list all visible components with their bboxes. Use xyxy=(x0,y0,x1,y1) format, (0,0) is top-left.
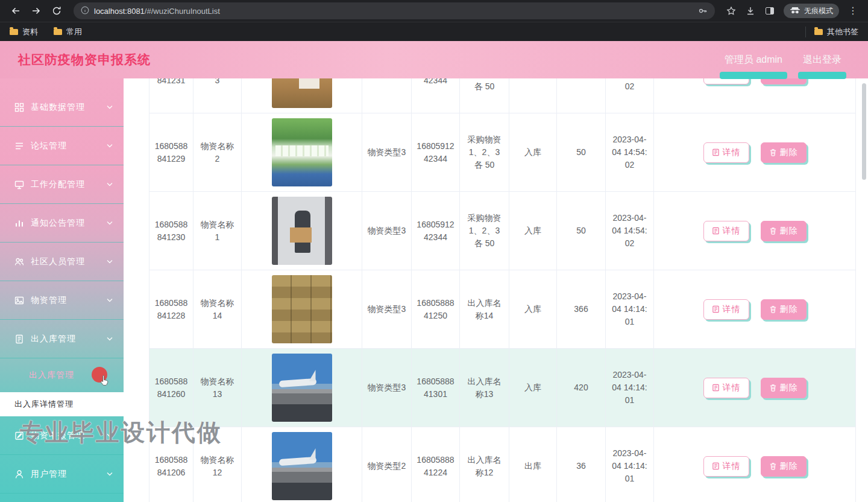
row-photo[interactable] xyxy=(272,275,332,343)
row-photo[interactable] xyxy=(272,432,332,500)
logout-label: 退出登录 xyxy=(803,54,841,66)
cell-photo xyxy=(242,113,362,191)
delete-button[interactable]: 删除 xyxy=(761,142,807,163)
grid-icon xyxy=(14,103,24,112)
trash-icon xyxy=(769,462,777,470)
chevron-down-icon xyxy=(107,298,113,302)
monitor-icon xyxy=(14,180,24,189)
detail-button[interactable]: 详情 xyxy=(703,378,749,398)
detail-doc-icon xyxy=(712,148,720,156)
row-photo[interactable] xyxy=(272,354,332,422)
sidebar-subitem-label: 出入库详情管理 xyxy=(14,399,74,410)
cell-date: 2023-04-04 14:14:01 xyxy=(606,349,654,427)
detail-doc-icon xyxy=(712,384,720,392)
folder-icon xyxy=(54,29,62,35)
header-right: 管理员 admin 退出登录 xyxy=(725,41,841,78)
sidebar-item-user-management[interactable]: 用户管理 xyxy=(0,455,124,494)
download-icon[interactable] xyxy=(741,2,760,20)
back-icon[interactable] xyxy=(6,2,25,20)
sidebar-item-community-members[interactable]: 社区人员管理 xyxy=(0,243,124,281)
bookmark-folder-ziliao[interactable]: 资料 xyxy=(10,27,38,37)
sidebar-item-notice[interactable]: 通知公告管理 xyxy=(0,204,124,243)
detail-button[interactable]: 详情 xyxy=(703,299,749,320)
cell-inout-type: 入库 xyxy=(509,349,557,427)
sidebar-item-label: 基础数据管理 xyxy=(31,102,85,113)
cell-ref-id: 1680591242344 xyxy=(412,113,460,191)
detail-button[interactable]: 详情 xyxy=(703,142,749,163)
admin-label: 管理员 admin xyxy=(725,54,782,66)
delete-button[interactable]: 删除 xyxy=(761,221,807,241)
detail-label: 详情 xyxy=(723,226,741,237)
browser-toolbar: localhost:8081/#/wuziChuruInoutList 无痕模式… xyxy=(0,0,868,22)
cell-count: 420 xyxy=(557,349,606,427)
delete-button[interactable]: 删除 xyxy=(761,78,807,84)
cell-count: 50 xyxy=(557,78,606,113)
row-photo[interactable] xyxy=(272,118,332,186)
cell-actions: 详情 删除 xyxy=(654,192,856,270)
row-photo[interactable] xyxy=(272,197,332,265)
cell-actions: 详情 删除 xyxy=(654,270,856,348)
sidebar-subitem-label: 出入库管理 xyxy=(29,370,74,381)
detail-button[interactable]: 详情 xyxy=(703,78,749,84)
cell-ref-id: 1680591242344 xyxy=(412,192,460,270)
delete-button[interactable]: 删除 xyxy=(761,378,807,398)
cell-actions: 详情 删除 xyxy=(654,113,856,191)
sidebar-item-basic-data[interactable]: 基础数据管理 xyxy=(0,88,124,127)
cell-date: 2023-04-04 14:54:02 xyxy=(606,78,654,113)
cell-id: 1680588841230 xyxy=(149,192,193,270)
sidebar-item-forum[interactable]: 论坛管理 xyxy=(0,127,124,165)
sidebar-item-materials[interactable]: 物资管理 xyxy=(0,281,124,320)
logout-button[interactable]: 退出登录 xyxy=(803,41,841,78)
sidebar-item-inout-management[interactable]: 出入库管理 xyxy=(0,320,124,358)
cell-id: 1680588841228 xyxy=(149,270,193,348)
cell-actions: 详情 删除 xyxy=(654,78,856,113)
browser-menu-icon[interactable]: ⋮ xyxy=(844,2,862,20)
cell-date: 2023-04-04 14:54:02 xyxy=(606,192,654,270)
scrollbar-thumb[interactable] xyxy=(862,83,866,180)
refresh-icon[interactable] xyxy=(47,2,66,20)
cell-date: 2023-04-04 14:14:01 xyxy=(606,427,654,502)
sidebar-item-work-assign[interactable]: 工作分配管理 xyxy=(0,165,124,204)
inout-table: 1680588841231 物资名称3 物资类型2 1680591242344 … xyxy=(149,78,856,502)
detail-button[interactable]: 详情 xyxy=(703,221,749,241)
sidebar-item-label: 物资管理 xyxy=(31,295,67,306)
info-icon[interactable] xyxy=(81,6,89,16)
cell-date: 2023-04-04 14:14:01 xyxy=(606,270,654,348)
detail-doc-icon xyxy=(712,227,720,235)
cell-material-name: 物资名称2 xyxy=(193,113,242,191)
key-icon[interactable] xyxy=(698,6,708,16)
delete-label: 删除 xyxy=(780,226,798,237)
side-panel-icon[interactable] xyxy=(761,2,779,20)
document-icon xyxy=(14,334,24,344)
watermark-text: 专业毕业设计代做 xyxy=(20,416,222,449)
cell-inout-name: 采购物资1、2、3 各 50 xyxy=(460,192,509,270)
cell-inout-name: 出入库名称12 xyxy=(460,427,509,502)
delete-button[interactable]: 删除 xyxy=(761,456,807,477)
bookmark-star-icon[interactable] xyxy=(722,2,740,20)
cell-photo xyxy=(242,270,362,348)
sidebar-subitem-inout-detail[interactable]: 出入库详情管理 xyxy=(0,392,124,416)
bookmark-folder-changyong[interactable]: 常用 xyxy=(54,27,82,37)
url-text: localhost:8081/#/wuziChuruInoutList xyxy=(94,7,220,16)
address-bar[interactable]: localhost:8081/#/wuziChuruInoutList xyxy=(74,2,715,19)
delete-button[interactable]: 删除 xyxy=(761,299,807,320)
cell-material-name: 物资名称3 xyxy=(193,78,242,113)
incognito-icon xyxy=(790,7,800,16)
table-row: 1680588841230 物资名称1 物资类型3 1680591242344 … xyxy=(149,192,856,270)
cell-actions: 详情 删除 xyxy=(654,427,856,502)
cell-material-type: 物资类型2 xyxy=(362,427,412,502)
bookmark-label: 资料 xyxy=(22,27,38,37)
detail-label: 详情 xyxy=(723,383,741,393)
other-bookmarks[interactable]: 其他书签 xyxy=(805,27,858,37)
row-photo[interactable] xyxy=(272,78,332,108)
detail-doc-icon xyxy=(712,462,720,470)
admin-user[interactable]: 管理员 admin xyxy=(725,41,782,78)
cell-material-type: 物资类型3 xyxy=(362,192,412,270)
cell-id: 1680588841231 xyxy=(149,78,193,113)
chevron-down-icon xyxy=(107,259,113,264)
forward-icon[interactable] xyxy=(27,2,46,20)
detail-button[interactable]: 详情 xyxy=(703,456,749,477)
cell-date: 2023-04-04 14:54:02 xyxy=(606,113,654,191)
main-content: 1680588841231 物资名称3 物资类型2 1680591242344 … xyxy=(124,78,868,502)
cell-inout-name: 采购物资1、2、3 各 50 xyxy=(460,113,509,191)
